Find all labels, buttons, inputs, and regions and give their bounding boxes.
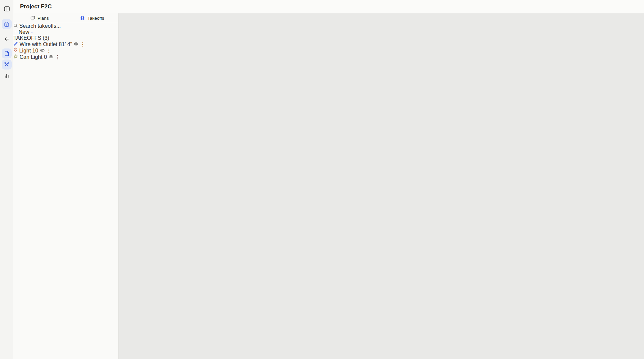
app-window: Project F2C Plans Takeoffs Search takeof… — [0, 0, 644, 359]
projects-icon[interactable] — [2, 19, 12, 29]
plans-icon — [30, 16, 35, 20]
reports-icon[interactable] — [2, 71, 12, 81]
search-input[interactable]: Search takeoffs... — [13, 23, 118, 29]
search-icon — [13, 23, 18, 28]
takeoff-row-light[interactable]: Light 10 ⋮ — [13, 47, 118, 54]
takeoff-value: 81' 4" — [59, 41, 72, 47]
sidebar-controls: Search takeoffs... New — [13, 23, 118, 35]
takeoffs-section-label: TAKEOFFS (3) — [13, 35, 118, 41]
takeoff-label: Can Light — [19, 54, 42, 60]
kebab-menu-icon[interactable]: ⋮ — [55, 54, 60, 60]
kebab-menu-icon[interactable]: ⋮ — [46, 48, 51, 53]
tab-plans[interactable]: Plans — [13, 13, 66, 23]
kebab-menu-icon[interactable]: ⋮ — [80, 41, 86, 47]
takeoff-label: Wire with Outlet — [19, 41, 57, 47]
eye-icon[interactable] — [40, 48, 46, 53]
eye-icon[interactable] — [74, 41, 80, 47]
search-placeholder: Search takeoffs... — [19, 23, 61, 29]
left-rail — [0, 0, 13, 359]
takeoff-row-can-light[interactable]: Can Light 0 ⋮ — [13, 54, 118, 60]
takeoff-label: Light — [19, 48, 31, 53]
panel-toggle-icon[interactable] — [2, 4, 12, 14]
star-icon — [13, 54, 19, 60]
pencil-icon — [13, 41, 19, 47]
tab-takeoffs-label: Takeoffs — [87, 16, 104, 21]
plus-icon — [13, 30, 17, 34]
tab-takeoffs[interactable]: Takeoffs — [66, 13, 118, 23]
new-button[interactable]: New — [13, 29, 118, 35]
map-pin-icon — [13, 48, 19, 53]
new-button-label: New — [18, 29, 29, 35]
eye-icon[interactable] — [48, 54, 55, 60]
tab-plans-label: Plans — [37, 16, 49, 21]
header: Project F2C — [13, 0, 644, 13]
sidebar: Plans Takeoffs Search takeoffs... New TA… — [13, 13, 119, 359]
page-title: Project F2C — [20, 3, 51, 10]
takeoff-value: 0 — [44, 54, 47, 60]
takeoff-value: 10 — [32, 48, 38, 53]
chevron-down-icon — [31, 32, 33, 34]
documents-icon[interactable] — [2, 48, 12, 58]
sidebar-tabs: Plans Takeoffs — [13, 13, 118, 23]
layers-icon — [80, 16, 85, 20]
takeoff-tool-icon[interactable] — [2, 59, 12, 70]
back-arrow-icon[interactable] — [2, 34, 12, 44]
takeoff-row-wire-with-outlet[interactable]: Wire with Outlet 81' 4" ⋮ — [13, 41, 118, 47]
